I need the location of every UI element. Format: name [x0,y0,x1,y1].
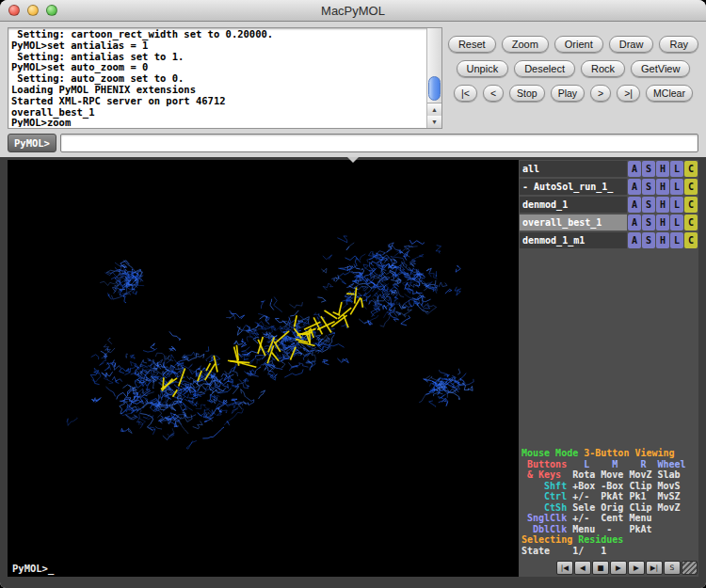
getview-button[interactable]: GetView [631,60,690,77]
object-name-overall-best-1[interactable]: overall_best_1 [520,215,627,230]
snglclk-line: SnglClk +/- Cent Menu [521,513,698,524]
upper-pane: Setting: cartoon_rect_width set to 0.200… [0,22,706,133]
density-mesh [8,160,519,577]
controls-row-3: |<<StopPlay>>|MClear [454,85,693,102]
scroll-down-arrow-icon[interactable]: ▼ [427,116,441,128]
object-l-button-overall-best-1[interactable]: L [670,215,683,230]
object-s-button-all[interactable]: S [642,161,655,177]
object-a-button-autosol-run-1[interactable]: A [628,179,641,195]
object-s-button-overall-best-1[interactable]: S [642,215,655,230]
scrollbar-arrows: ▲ ▼ [427,103,441,128]
log-scrollbar[interactable]: ▲ ▼ [426,28,441,128]
object-panel: allASHLC- AutoSol_run_1_ASHLCdenmod_1ASH… [520,161,698,248]
keys-line: & Keys Rota Move MovZ Slab [521,469,698,481]
draw-button[interactable]: Draw [609,36,654,53]
object-l-button-denmod-1[interactable]: L [670,197,683,213]
object-c-button-denmod-1-m1[interactable]: C [684,232,698,248]
object-name-autosol-run-1[interactable]: - AutoSol_run_1_ [520,179,627,195]
object-a-button-denmod-1[interactable]: A [628,197,641,213]
mouse-text-segment: Menu - PkAt [572,524,651,534]
ray-button[interactable]: Ray [659,36,698,53]
vcr-play-button[interactable]: ▶ [610,561,627,575]
object-a-button-overall-best-1[interactable]: A [628,215,641,230]
object-l-button-denmod-1-m1[interactable]: L [670,232,683,248]
command-input[interactable] [60,134,698,152]
log-line: Started XML-RPC server on port 46712 [11,96,425,107]
object-name-denmod-1[interactable]: denmod_1 [520,197,627,213]
resize-grip-icon[interactable] [682,561,698,575]
vcr-stop-button[interactable]: ■ [592,561,609,575]
rock-button[interactable]: Rock [581,60,625,77]
stop-button[interactable]: Stop [509,85,545,102]
object-row-autosol-run-1: - AutoSol_run_1_ASHLC [520,179,698,195]
unpick-button[interactable]: Unpick [457,60,509,77]
shift-line: Shft +Box -Box Clip MovS [521,481,698,492]
object-l-button-all[interactable]: L [670,161,683,177]
movie-first-button[interactable]: |< [454,85,477,102]
object-a-button-denmod-1-m1[interactable]: A [628,232,641,248]
play-button[interactable]: Play [551,85,585,102]
command-prompt-label: PyMOL> [8,134,56,152]
mouse-text-segment: Selecting [521,534,578,545]
orient-button[interactable]: Orient [554,36,603,53]
vcr-forward-button[interactable]: ▶ [628,561,645,575]
object-s-button-denmod-1-m1[interactable]: S [642,232,655,248]
macpymol-window: MacPyMOL Setting: cartoon_rect_width set… [0,0,706,588]
mouse-mode-line[interactable]: Mouse Mode 3-Button Viewing [521,448,698,459]
mouse-text-segment: +/- Cent Menu [572,513,651,523]
deselect-button[interactable]: Deselect [514,60,575,77]
mouse-text-segment: 3-Button Viewing [584,448,674,458]
dblclk-line: DblClk Menu - PkAt [521,524,698,535]
mclear-button[interactable]: MClear [646,85,693,102]
object-row-denmod-1-m1: denmod_1_m1ASHLC [520,232,698,248]
log-line: PyMOL>set antialias = 1 [11,40,425,52]
vcr-rewind-button[interactable]: |◀ [556,561,573,575]
3d-viewport[interactable]: PyMOL>_ [8,160,519,577]
vcr-end-button[interactable]: ▶| [646,561,663,575]
minimize-button[interactable] [27,5,39,16]
main-pane: PyMOL>_ allASHLC- AutoSol_run_1_ASHLCden… [0,157,706,588]
object-l-button-autosol-run-1[interactable]: L [670,179,683,195]
object-c-button-autosol-run-1[interactable]: C [684,179,698,195]
state-line[interactable]: State 1/ 1 [521,546,698,557]
console-log-area[interactable]: Setting: cartoon_rect_width set to 0.200… [8,27,442,129]
object-c-button-denmod-1[interactable]: C [684,197,698,213]
command-row: PyMOL> [8,133,698,153]
object-a-button-all[interactable]: A [628,161,641,177]
movie-back-button[interactable]: < [483,85,504,102]
object-h-button-all[interactable]: H [656,161,669,177]
mouse-text-segment: Mouse Mode [521,448,584,458]
mouse-text-segment: CtSh [521,502,572,513]
traffic-lights [0,5,57,16]
close-button[interactable] [8,5,20,16]
mouse-text-segment: +/- PkAt Pk1 MvSZ [572,491,680,501]
object-h-button-denmod-1[interactable]: H [656,197,669,213]
zoom-button[interactable]: Zoom [502,36,549,53]
object-h-button-autosol-run-1[interactable]: H [656,179,669,195]
object-name-denmod-1-m1[interactable]: denmod_1_m1 [520,232,627,248]
object-c-button-all[interactable]: C [684,161,698,177]
object-c-button-overall-best-1[interactable]: C [684,215,698,230]
mouse-text-segment: Rota Move MovZ Slab [567,469,680,480]
movie-last-button[interactable]: >| [617,85,640,102]
mouse-text-segment: Buttons [521,459,572,469]
scrollbar-thumb[interactable] [428,76,441,101]
scroll-up-arrow-icon[interactable]: ▲ [427,103,441,116]
object-s-button-denmod-1[interactable]: S [642,197,655,213]
zoom-window-button[interactable] [46,5,57,16]
object-name-all[interactable]: all [520,161,627,177]
object-h-button-denmod-1-m1[interactable]: H [656,232,669,248]
controls-row-1: ResetZoomOrientDrawRay [448,36,698,53]
mouse-text-segment: Ctrl [521,491,572,501]
selecting-line[interactable]: Selecting Residues [521,534,698,546]
vcr-back-button[interactable]: ◀ [574,561,591,575]
internal-gui-sidebar: allASHLC- AutoSol_run_1_ASHLCdenmod_1ASH… [519,160,698,577]
vcr-s-button[interactable]: S [664,561,681,575]
splitter-handle-icon[interactable] [347,157,359,163]
mouse-text-segment: +Box -Box Clip MovS [572,481,680,491]
object-s-button-autosol-run-1[interactable]: S [642,179,655,195]
movie-forward-button[interactable]: > [590,85,611,102]
object-h-button-overall-best-1[interactable]: H [656,215,669,230]
reset-button[interactable]: Reset [448,36,496,53]
log-line: overall_best_1 [11,107,425,119]
